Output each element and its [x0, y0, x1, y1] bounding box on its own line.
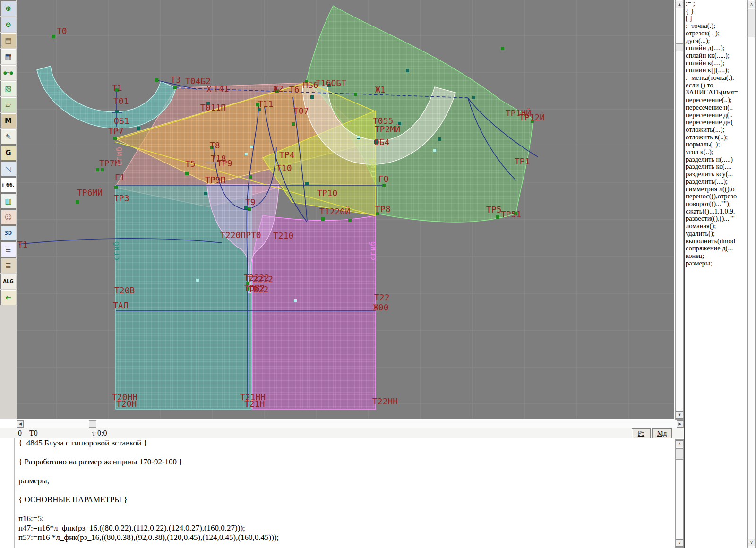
point-marker-teal[interactable]: [305, 182, 309, 185]
measure-icon[interactable]: ●─●: [0, 65, 16, 80]
canvas-hscrollbar[interactable]: [17, 420, 684, 428]
point-marker-teal[interactable]: [137, 127, 140, 130]
command-item[interactable]: дуга(...);: [685, 37, 747, 45]
zoom-in-icon[interactable]: ⊕: [0, 0, 16, 16]
point-marker-cyan[interactable]: [294, 299, 297, 302]
view-3d-icon[interactable]: 3D: [0, 225, 16, 241]
point-marker-teal[interactable]: [204, 192, 207, 195]
point-marker-teal[interactable]: [406, 69, 409, 72]
command-item[interactable]: отрезок( . );: [685, 30, 747, 37]
label-i66[interactable]: i_66.: [0, 177, 16, 193]
command-item[interactable]: сплайн к(....);: [685, 60, 747, 67]
command-item[interactable]: [ ]: [685, 15, 747, 22]
canvas-scroll-right-icon[interactable]: ▶: [677, 420, 683, 428]
panel-vscrollbar[interactable]: [747, 0, 756, 548]
program-editor[interactable]: { 4845 Блуза с гипюровой вставкой } { Ра…: [14, 438, 675, 548]
command-item[interactable]: пересечение н(..: [685, 104, 747, 111]
books-icon[interactable]: ≣: [0, 257, 16, 273]
canvas-vscrollbar[interactable]: [675, 0, 684, 420]
command-item[interactable]: перенос((),отрезо: [685, 193, 747, 200]
command-item[interactable]: выполнить(dmod: [685, 238, 747, 245]
alg-icon[interactable]: ALG: [0, 274, 16, 289]
command-item[interactable]: пересечение(..);: [685, 96, 747, 104]
command-item[interactable]: :=метка(точка(.).: [685, 74, 747, 82]
command-item[interactable]: разделить н(.....): [685, 156, 747, 163]
canvas-vscroll-thumb[interactable]: [676, 43, 683, 51]
command-item[interactable]: угол к(..);: [685, 148, 747, 156]
command-item[interactable]: сопряжение д(...: [685, 245, 747, 252]
editor-scroll-down-icon[interactable]: ∨: [676, 539, 683, 547]
point-marker-green[interactable]: [354, 93, 357, 96]
command-item[interactable]: пересечение дн(: [685, 119, 747, 126]
canvas-scroll-down-icon[interactable]: ▼: [676, 411, 683, 419]
point-marker-teal[interactable]: [310, 95, 314, 99]
model-photo-icon[interactable]: ☺: [0, 209, 16, 225]
point-marker-teal[interactable]: [438, 137, 441, 141]
command-item[interactable]: разделить(....);: [685, 178, 747, 186]
point-marker-green[interactable]: [155, 78, 158, 82]
point-marker-cyan[interactable]: [196, 279, 199, 282]
point-marker-cyan[interactable]: [433, 149, 436, 152]
point-marker-green[interactable]: [173, 86, 177, 89]
command-item[interactable]: сплайн к[](....);: [685, 67, 747, 74]
pattern-sheet-icon[interactable]: ▱: [0, 97, 16, 112]
md-button[interactable]: Мд: [652, 428, 672, 438]
pattern-g-icon[interactable]: G: [0, 145, 16, 161]
point-marker-teal[interactable]: [472, 96, 475, 99]
point-marker-cyan[interactable]: [250, 146, 253, 148]
command-item[interactable]: отложить(...);: [685, 126, 747, 134]
command-item[interactable]: поворот(()..."");: [685, 200, 747, 208]
command-item[interactable]: конец;: [685, 252, 747, 260]
point-marker-green[interactable]: [248, 207, 251, 211]
pattern-canvas[interactable]: Т0Т1Т01ОБ1ТР7Т3Т04Б2ХТ41Т011ПТ11Т07Ж2Т6П…: [17, 0, 674, 419]
editor-scroll-up-icon[interactable]: ∧: [676, 440, 683, 447]
point-marker-green[interactable]: [501, 47, 504, 50]
command-item[interactable]: удалить();: [685, 230, 747, 238]
blueprint-icon[interactable]: ◹: [0, 161, 16, 177]
point-marker-green[interactable]: [249, 175, 252, 179]
command-item[interactable]: размеры;: [685, 260, 747, 267]
point-marker-green[interactable]: [292, 122, 295, 126]
command-item[interactable]: сжать(()...1.1.0.9.: [685, 208, 747, 215]
command-item[interactable]: сплайн кк(.....);: [685, 52, 747, 60]
panel-scroll-down-icon[interactable]: ∨: [748, 539, 755, 546]
grid-icon[interactable]: ▦: [0, 49, 16, 64]
drafting-tools-icon[interactable]: ✎: [0, 129, 16, 145]
point-marker-green[interactable]: [76, 200, 79, 204]
command-item[interactable]: нормаль(..);: [685, 141, 747, 148]
point-marker-green[interactable]: [101, 168, 104, 171]
panel-vscroll-thumb[interactable]: [748, 9, 755, 37]
command-item[interactable]: симметрия л((),о: [685, 186, 747, 193]
point-marker-teal[interactable]: [258, 108, 261, 111]
point-marker-cyan[interactable]: [357, 136, 360, 138]
point-marker-green[interactable]: [52, 35, 55, 38]
point-marker-green[interactable]: [185, 172, 189, 175]
panel-scroll-up-icon[interactable]: ∧: [748, 1, 755, 8]
command-item[interactable]: разделить кс(....: [685, 163, 747, 171]
table-sheet-icon[interactable]: ▥: [0, 193, 16, 209]
command-item[interactable]: ломаная();: [685, 223, 747, 230]
editor-vscroll-thumb[interactable]: [676, 448, 683, 460]
command-item[interactable]: :=точка(.);: [685, 22, 747, 30]
point-marker-green[interactable]: [113, 137, 117, 140]
sketch-sheet-icon[interactable]: ▤: [0, 33, 16, 48]
point-marker-green[interactable]: [114, 186, 118, 189]
point-marker-green[interactable]: [496, 215, 499, 219]
map-sheet-icon[interactable]: ▧: [0, 81, 16, 96]
command-item[interactable]: пересечение д(..: [685, 111, 747, 119]
canvas-scroll-up-icon[interactable]: ▲: [676, 1, 683, 8]
canvas-hscroll-thumb[interactable]: [89, 420, 96, 428]
point-marker-green[interactable]: [348, 219, 352, 222]
notes-icon[interactable]: ≡: [0, 241, 16, 257]
command-item[interactable]: развести((),()..."": [685, 215, 747, 223]
point-marker-green[interactable]: [96, 168, 99, 171]
point-marker-green[interactable]: [321, 217, 325, 221]
command-item[interactable]: отложить в(..);: [685, 134, 747, 141]
point-marker-green[interactable]: [382, 184, 386, 187]
export-icon[interactable]: ←: [0, 290, 16, 305]
command-item[interactable]: ЗАПИСАТЬ(имя=: [685, 89, 747, 96]
command-item[interactable]: разделить ксу(...: [685, 171, 747, 178]
command-item[interactable]: := ;: [685, 0, 747, 8]
command-item[interactable]: если () то: [685, 82, 747, 89]
command-item[interactable]: { }: [685, 8, 747, 15]
